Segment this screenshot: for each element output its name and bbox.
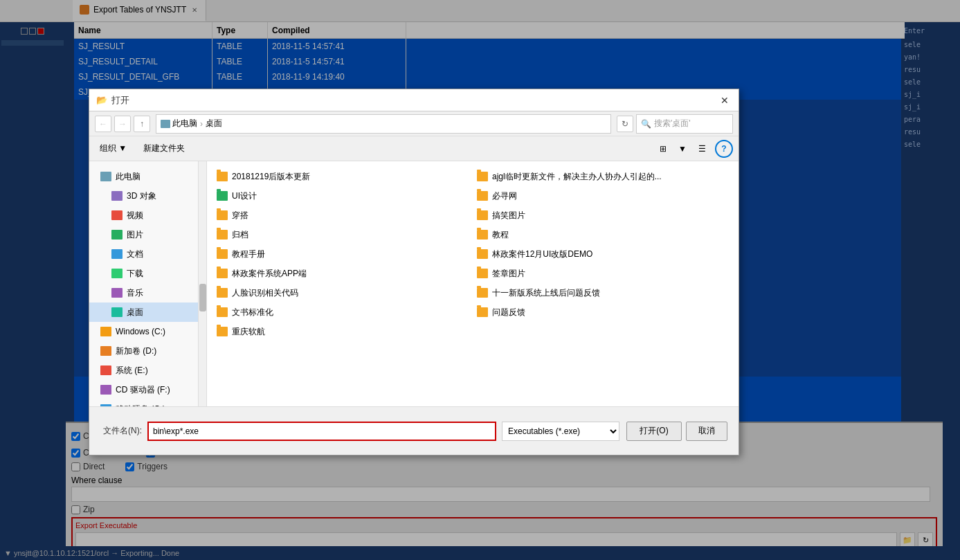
breadcrumb-bar: 此电脑 › 桌面 — [156, 114, 611, 134]
folder-icon — [217, 327, 228, 336]
dialog-title-icon: 📂 — [96, 95, 107, 105]
cancel-button[interactable]: 取消 — [686, 422, 727, 441]
view-icons: ⊞ ▼ ☰ — [654, 140, 711, 158]
sidebar-item-download[interactable]: 下载 — [89, 264, 206, 283]
folder-icon — [477, 210, 488, 220]
file-item[interactable]: 人脸识别相关代码 — [212, 283, 473, 302]
file-item[interactable]: 林政案件系统APP端 — [212, 264, 473, 283]
folder-icon — [217, 210, 228, 220]
filename-label: 文件名(N): — [100, 425, 142, 437]
folder-icon — [477, 288, 488, 298]
sidebar-item-video[interactable]: 视频 — [89, 206, 206, 225]
image-icon — [111, 230, 123, 240]
sidebar-item-doc[interactable]: 文档 — [89, 244, 206, 264]
search-icon: 🔍 — [641, 119, 651, 129]
footer-buttons: 打开(O) 取消 — [626, 422, 727, 441]
drive-c-icon — [100, 327, 111, 336]
file-item[interactable]: 问题反馈 — [473, 302, 733, 322]
main-app: Export Tables of YNSJTT ✕ Name Type Comp… — [0, 0, 960, 560]
file-item[interactable]: 搞笑图片 — [473, 206, 733, 225]
dialog-body: 此电脑 3D 对象 视频 图片 — [89, 161, 739, 406]
sidebar-item-drive-g1[interactable]: 移动硬盘 (G:) — [89, 399, 206, 406]
folder-icon — [217, 269, 228, 278]
file-item[interactable]: 签章图片 — [473, 264, 733, 283]
folder-icon — [477, 249, 488, 259]
file-item[interactable]: 教程 — [473, 225, 733, 244]
file-item[interactable]: 20181219后版本更新 — [212, 167, 473, 186]
file-item[interactable]: 教程手册 — [212, 244, 473, 264]
sidebar-item-desktop[interactable]: 桌面 — [89, 302, 206, 322]
sidebar-item-drive-d[interactable]: 新加卷 (D:) — [89, 341, 206, 361]
file-item[interactable]: 林政案件12月UI改版DEMO — [473, 244, 733, 264]
open-button[interactable]: 打开(O) — [626, 422, 682, 441]
dialog-footer: 文件名(N): Executables (*.exe) 打开(O) 取消 — [89, 406, 739, 455]
organize-button[interactable]: 组织 ▼ — [95, 139, 132, 158]
sidebar-item-music[interactable]: 音乐 — [89, 283, 206, 302]
file-item[interactable]: UI设计 — [212, 186, 473, 206]
drive-g-icon — [100, 404, 111, 406]
video-icon — [111, 210, 123, 220]
file-item[interactable]: 穿搭 — [212, 206, 473, 225]
filetype-select[interactable]: Executables (*.exe) — [502, 422, 619, 441]
folder-icon — [477, 269, 488, 278]
file-item[interactable]: 归档 — [212, 225, 473, 244]
file-item[interactable]: 文书标准化 — [212, 302, 473, 322]
sidebar-item-3d[interactable]: 3D 对象 — [89, 186, 206, 206]
folder-3d-icon — [111, 191, 123, 201]
desktop-icon — [111, 307, 123, 317]
dialog-title-text: 打开 — [111, 94, 129, 107]
nav-back-button[interactable]: ← — [95, 116, 111, 132]
help-button[interactable]: ? — [715, 140, 733, 158]
sidebar-scrollthumb[interactable] — [199, 284, 206, 311]
breadcrumb-desktop: 桌面 — [206, 118, 222, 129]
drive-f-icon — [100, 385, 111, 395]
music-icon — [111, 288, 123, 298]
dialog-toolbar: 组织 ▼ 新建文件夹 ⊞ ▼ ☰ ? — [89, 136, 739, 161]
dialog-titlebar: 📂 打开 ✕ — [89, 89, 739, 111]
file-open-dialog: 📂 打开 ✕ ← → ↑ 此电脑 › 桌面 ↻ — [89, 89, 739, 455]
sidebar-item-image[interactable]: 图片 — [89, 225, 206, 244]
nav-up-button[interactable]: ↑ — [134, 116, 150, 132]
folder-icon — [477, 307, 488, 317]
file-item[interactable]: 十一新版系统上线后问题反馈 — [473, 283, 733, 302]
dialog-nav: ← → ↑ 此电脑 › 桌面 ↻ 🔍 搜索'桌面' — [89, 111, 739, 136]
search-bar[interactable]: 🔍 搜索'桌面' — [636, 114, 733, 134]
nav-forward-button[interactable]: → — [114, 116, 131, 132]
toolbar-right: ⊞ ▼ ☰ ? — [654, 140, 733, 158]
dialog-close-button[interactable]: ✕ — [718, 93, 732, 107]
folder-icon — [477, 230, 488, 240]
file-content-area: 20181219后版本更新 ajgl临时更新文件，解决主办人协办人引起的... … — [207, 161, 739, 406]
folder-icon — [217, 288, 228, 298]
sidebar-item-drive-e[interactable]: 系统 (E:) — [89, 361, 206, 380]
dialog-title: 📂 打开 — [96, 94, 129, 107]
file-item[interactable]: 重庆软航 — [212, 322, 473, 341]
sidebar-item-computer[interactable]: 此电脑 — [89, 167, 206, 186]
sidebar-item-drive-f[interactable]: CD 驱动器 (F:) — [89, 380, 206, 399]
folder-icon — [217, 172, 228, 181]
drive-d-icon — [100, 346, 111, 356]
dialog-sidebar: 此电脑 3D 对象 视频 图片 — [89, 161, 207, 406]
computer-icon — [161, 120, 170, 128]
dialog-overlay: 📂 打开 ✕ ← → ↑ 此电脑 › 桌面 ↻ — [0, 0, 960, 560]
nav-refresh-button[interactable]: ↻ — [617, 116, 633, 132]
sidebar-scrollbar[interactable] — [198, 161, 206, 406]
file-item[interactable]: 必寻网 — [473, 186, 733, 206]
file-item[interactable]: ajgl临时更新文件，解决主办人协办人引起的... — [473, 167, 733, 186]
sidebar-item-drive-c[interactable]: Windows (C:) — [89, 322, 206, 341]
new-folder-button[interactable]: 新建文件夹 — [137, 139, 191, 158]
download-icon — [111, 269, 123, 278]
view-grid-button[interactable]: ⊞ — [654, 140, 672, 158]
folder-icon — [477, 172, 488, 181]
toolbar-left: 组织 ▼ 新建文件夹 — [95, 139, 191, 158]
folder-icon — [217, 230, 228, 240]
view-list-button[interactable]: ☰ — [693, 140, 711, 158]
breadcrumb-separator: › — [200, 119, 203, 129]
view-dropdown-button[interactable]: ▼ — [673, 140, 691, 158]
filename-input[interactable] — [147, 422, 496, 441]
drive-e-icon — [100, 365, 111, 375]
folder-icon — [217, 249, 228, 259]
search-placeholder: 搜索'桌面' — [654, 118, 691, 129]
folder-icon — [217, 307, 228, 317]
folder-icon — [217, 191, 228, 201]
doc-icon — [111, 249, 123, 259]
